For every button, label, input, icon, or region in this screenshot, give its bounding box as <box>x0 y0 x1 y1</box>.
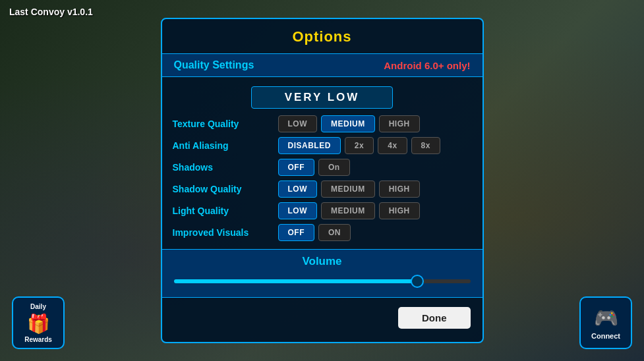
light-quality-label: Light Quality <box>173 206 278 216</box>
shadow-quality-high-button[interactable]: HIGH <box>379 180 420 198</box>
shadows-buttons: OFF On <box>278 159 350 176</box>
shadows-row: Shadows OFF On <box>173 159 472 176</box>
android-warning: Android 6.0+ only! <box>384 60 470 71</box>
slider-fill <box>174 279 417 283</box>
improved-visuals-off-button[interactable]: OFF <box>278 224 315 241</box>
texture-high-button[interactable]: HIGH <box>379 115 420 132</box>
done-row: Done <box>162 307 483 329</box>
daily-rewards-bottom-text: Rewards <box>24 336 52 343</box>
improved-visuals-row: Improved Visuals OFF ON <box>173 224 472 241</box>
texture-low-button[interactable]: LOW <box>278 115 318 132</box>
options-dialog: Options Quality Settings Android 6.0+ on… <box>161 18 484 343</box>
slider-thumb[interactable] <box>411 275 424 288</box>
anti-aliasing-buttons: DISABLED 2x 4x 8x <box>278 137 440 154</box>
light-quality-row: Light Quality LOW MEDIUM HIGH <box>173 202 472 219</box>
daily-rewards-top-text: Daily <box>30 303 46 310</box>
improved-visuals-buttons: OFF ON <box>278 224 351 241</box>
aa-2x-button[interactable]: 2x <box>345 137 374 154</box>
shadows-on-button[interactable]: On <box>318 159 350 176</box>
quality-header: Quality Settings Android 6.0+ only! <box>162 53 483 77</box>
texture-quality-row: Texture Quality LOW MEDIUM HIGH <box>173 115 472 132</box>
shadows-label: Shadows <box>173 162 278 173</box>
volume-section: Volume <box>162 249 483 298</box>
improved-visuals-label: Improved Visuals <box>173 227 278 238</box>
light-quality-medium-button[interactable]: MEDIUM <box>321 202 375 219</box>
light-quality-buttons: LOW MEDIUM HIGH <box>278 202 420 219</box>
anti-aliasing-row: Anti Aliasing DISABLED 2x 4x 8x <box>173 137 472 154</box>
done-button[interactable]: Done <box>398 307 471 329</box>
shadows-off-button[interactable]: OFF <box>278 159 315 176</box>
light-quality-low-button[interactable]: LOW <box>278 202 318 219</box>
aa-8x-button[interactable]: 8x <box>411 137 440 154</box>
gamepad-icon: 🎮 <box>594 306 618 329</box>
shadow-quality-medium-button[interactable]: MEDIUM <box>321 180 375 198</box>
shadow-quality-label: Shadow Quality <box>173 184 278 194</box>
texture-medium-button[interactable]: MEDIUM <box>321 115 375 132</box>
settings-grid: Texture Quality LOW MEDIUM HIGH Anti Ali… <box>162 115 483 241</box>
volume-slider-container[interactable] <box>174 275 471 288</box>
connect-button[interactable]: 🎮 Connect <box>579 296 632 349</box>
anti-aliasing-label: Anti Aliasing <box>173 140 278 151</box>
aa-4x-button[interactable]: 4x <box>378 137 407 154</box>
connect-label: Connect <box>591 332 620 340</box>
shadow-quality-buttons: LOW MEDIUM HIGH <box>278 180 420 198</box>
game-title: Last Convoy v1.0.1 <box>9 7 93 17</box>
texture-quality-buttons: LOW MEDIUM HIGH <box>278 115 420 132</box>
shadow-quality-row: Shadow Quality LOW MEDIUM HIGH <box>173 180 472 198</box>
aa-disabled-button[interactable]: DISABLED <box>278 137 341 154</box>
dialog-title: Options <box>162 19 483 53</box>
preset-badge[interactable]: VERY LOW <box>251 86 394 109</box>
volume-title: Volume <box>174 255 471 268</box>
light-quality-high-button[interactable]: HIGH <box>379 202 420 219</box>
preset-bar: VERY LOW <box>162 86 483 109</box>
shadow-quality-low-button[interactable]: LOW <box>278 180 318 198</box>
texture-quality-label: Texture Quality <box>173 119 278 129</box>
daily-rewards-button[interactable]: Daily 🎁 Rewards <box>12 296 65 349</box>
quality-section-label: Quality Settings <box>174 59 254 71</box>
gift-icon: 🎁 <box>27 313 50 335</box>
dialog-overlay: Options Quality Settings Android 6.0+ on… <box>0 0 644 361</box>
improved-visuals-on-button[interactable]: ON <box>318 224 351 241</box>
